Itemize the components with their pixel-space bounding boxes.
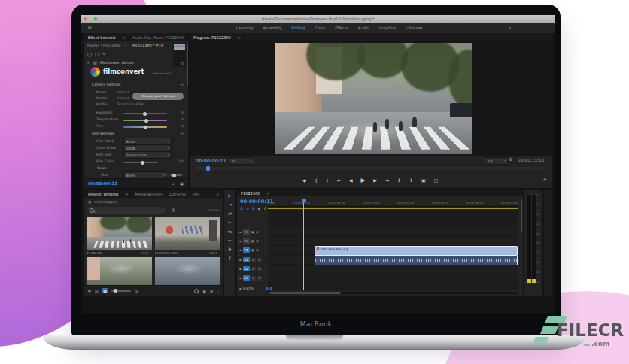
lock-icon[interactable]: ▪: [239, 267, 242, 271]
icon-view-button[interactable]: ▦: [102, 288, 108, 293]
program-video-frame[interactable]: [275, 43, 472, 154]
track-badge-a3[interactable]: A3: [243, 275, 250, 281]
panel-menu-icon[interactable]: ≡: [266, 191, 269, 196]
go-to-in-button[interactable]: ⇤: [337, 177, 341, 183]
step-forward-button[interactable]: ▶: [373, 177, 377, 183]
window-titlebar[interactable]: /Users/Documents/Adobe/Premiere Pro/13.0…: [81, 15, 555, 23]
sync-lock-icon[interactable]: ▣: [251, 248, 254, 252]
pen-tool[interactable]: ✒: [228, 238, 232, 247]
track-badge-a2[interactable]: A2: [243, 266, 250, 271]
master-track-value[interactable]: 0.0: [266, 287, 272, 290]
lift-button[interactable]: ↥: [397, 177, 401, 183]
tint-slider-knob[interactable]: [144, 126, 147, 129]
project-writable-icon[interactable]: ●: [88, 289, 91, 293]
temperature-slider[interactable]: [123, 120, 167, 121]
grain-reset-icon[interactable]: ⟲: [164, 172, 167, 177]
hand-tool[interactable]: ✥: [228, 247, 232, 256]
film-settings-header[interactable]: Film Settings: [92, 132, 114, 135]
list-view-button[interactable]: ▤: [95, 289, 99, 293]
mark-in-button[interactable]: {: [314, 177, 318, 183]
workspace-tab-learning[interactable]: Learning: [236, 26, 254, 30]
workspace-tab-color[interactable]: Color: [315, 26, 326, 30]
home-icon[interactable]: ⌂: [88, 24, 92, 31]
tab-sequence[interactable]: P1022300: [241, 191, 260, 196]
project-clip-thumbnail-2[interactable]: [155, 217, 220, 250]
grain-header[interactable]: Grain: [97, 166, 106, 170]
tab-project[interactable]: Project: Untitled: [88, 192, 118, 196]
lock-icon[interactable]: ▪: [239, 230, 242, 234]
delete-button[interactable]: ▯: [217, 289, 219, 293]
program-zoom-dropdown[interactable]: Fit▾: [229, 157, 254, 165]
exposure-value[interactable]: 0: [181, 111, 184, 114]
workspace-tab-effects[interactable]: Effects: [335, 26, 348, 30]
workspace-tab-editing[interactable]: Editing: [292, 26, 305, 30]
program-scrubber[interactable]: [196, 167, 545, 170]
panel-menu-icon[interactable]: ≡: [123, 35, 126, 40]
play-button[interactable]: ▶: [361, 177, 366, 184]
mask-rect-icon[interactable]: ▢: [95, 52, 99, 56]
lock-icon[interactable]: ▪: [239, 248, 242, 252]
film-color-slider[interactable]: [123, 162, 158, 163]
slip-tool[interactable]: ⇆: [228, 229, 232, 238]
workspace-tab-audio[interactable]: Audio: [358, 26, 369, 30]
track-lane-v3[interactable]: [268, 228, 518, 237]
workspace-overflow-button[interactable]: »: [509, 26, 511, 30]
add-button[interactable]: +: [542, 177, 547, 183]
sync-lock-icon[interactable]: ▣: [251, 230, 254, 234]
thumbnail-zoom-slider[interactable]: [111, 290, 131, 292]
film-size-dropdown[interactable]: 35mm Full Fr...▾: [123, 151, 172, 159]
sync-lock-icon[interactable]: ▣: [251, 239, 254, 243]
track-lane-a3[interactable]: [268, 274, 518, 283]
step-back-button[interactable]: ◀: [349, 177, 353, 183]
track-badge-v1[interactable]: V1: [243, 247, 250, 253]
timeline-settings-icon[interactable]: ⚙: [263, 206, 266, 211]
film-color-slider-knob[interactable]: [141, 161, 144, 165]
tab-libraries[interactable]: Libraries: [169, 192, 186, 196]
program-timecode[interactable]: 00:00:00:11: [196, 158, 226, 163]
grain-mini-slider-knob[interactable]: [172, 174, 176, 177]
ripple-edit-tool[interactable]: ⇄: [228, 211, 232, 220]
effect-controls-timecode[interactable]: 00:00:00:11: [88, 181, 117, 186]
play-around-icon[interactable]: ▸: [172, 181, 175, 186]
model-value[interactable]: Default: [117, 96, 130, 100]
lock-icon[interactable]: ▪: [239, 258, 242, 262]
razor-tool[interactable]: ✂: [228, 220, 232, 229]
panel-menu-icon[interactable]: ≡: [238, 35, 241, 40]
thumbnail-zoom-knob[interactable]: [114, 289, 117, 293]
effect-reset-icon[interactable]: ⟲: [181, 61, 184, 65]
mute-button[interactable]: M: [251, 258, 256, 262]
lock-icon[interactable]: ▪: [239, 287, 242, 290]
tab-media-browser[interactable]: Media Browser: [135, 192, 163, 196]
mark-out-button[interactable]: }: [326, 177, 329, 183]
project-overflow-button[interactable]: »: [217, 192, 219, 196]
in-point-filter-icon[interactable]: ▥: [172, 208, 175, 212]
track-header-a3[interactable]: ▪ A3 M S: [237, 274, 270, 282]
track-header-v3[interactable]: ▪ V3 ▣ ◉: [237, 228, 270, 236]
choose-camera-button[interactable]: Choose your camera: [132, 93, 184, 100]
settings-wrench-icon[interactable]: ⚙: [509, 157, 512, 162]
timeline-hscrollbar[interactable]: [268, 292, 518, 294]
add-marker-button[interactable]: ◆: [303, 177, 307, 183]
lock-icon[interactable]: ▪: [239, 276, 242, 280]
master-clip-menu[interactable]: Master * P1022300: [87, 44, 120, 47]
export-frame-icon[interactable]: ▣: [180, 181, 184, 186]
film-color-value[interactable]: 100: [177, 159, 184, 163]
add-marker-icon[interactable]: ◆: [257, 206, 260, 211]
track-visibility-icon[interactable]: ◉: [256, 230, 259, 234]
comparison-view-button[interactable]: ◫: [434, 177, 439, 183]
exposure-slider-knob[interactable]: [143, 112, 147, 116]
track-visibility-icon[interactable]: ◉: [256, 248, 259, 252]
nest-toggle-icon[interactable]: ⊡: [240, 206, 243, 211]
sort-icons-button[interactable]: ⇅: [135, 289, 138, 293]
film-settings-reset-icon[interactable]: ⟲: [181, 132, 184, 136]
tab-audio-clip-mixer[interactable]: Audio Clip Mixer: P1022300: [132, 35, 184, 40]
new-item-button[interactable]: ⊞: [210, 289, 213, 293]
solo-button[interactable]: S: [257, 267, 262, 271]
clip-menu[interactable]: P1022300 * P10: [132, 44, 163, 47]
timeline-playhead-handle[interactable]: [302, 199, 306, 203]
project-bin-path[interactable]: Untitled.pproj: [94, 200, 117, 204]
track-header-v1[interactable]: ▪ V1 ▣ ◉: [237, 246, 270, 254]
workspace-tab-assembly[interactable]: Assembly: [263, 26, 282, 30]
go-to-out-button[interactable]: ⇥: [385, 177, 389, 183]
project-clip-thumbnail-3[interactable]: [87, 257, 152, 286]
